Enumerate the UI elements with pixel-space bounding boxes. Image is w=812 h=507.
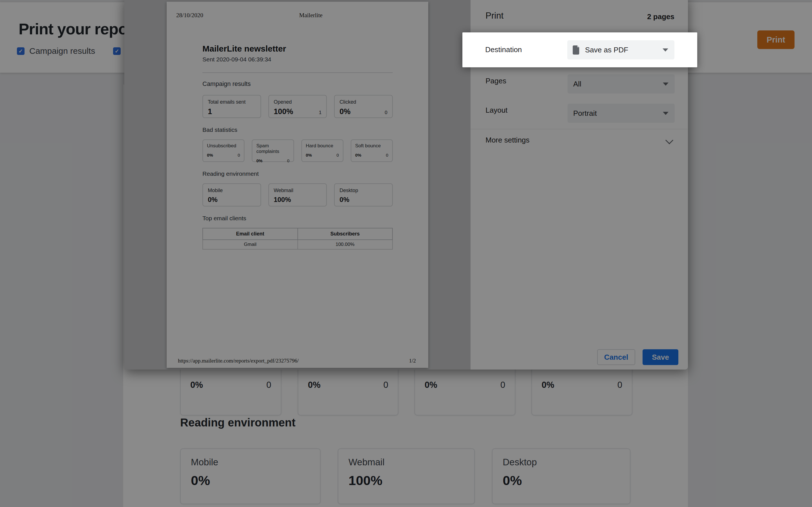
destination-dropdown-value: Save as PDF <box>585 46 628 54</box>
screen: Print your report ✓ Campaign results ✓ B… <box>0 0 812 507</box>
dim-overlay <box>0 0 812 507</box>
destination-spotlight: Destination Save as PDF <box>462 33 697 67</box>
destination-dropdown[interactable]: Save as PDF <box>567 40 674 59</box>
caret-down-icon <box>663 48 668 52</box>
pdf-document-icon <box>572 45 580 55</box>
destination-label: Destination <box>485 45 522 54</box>
